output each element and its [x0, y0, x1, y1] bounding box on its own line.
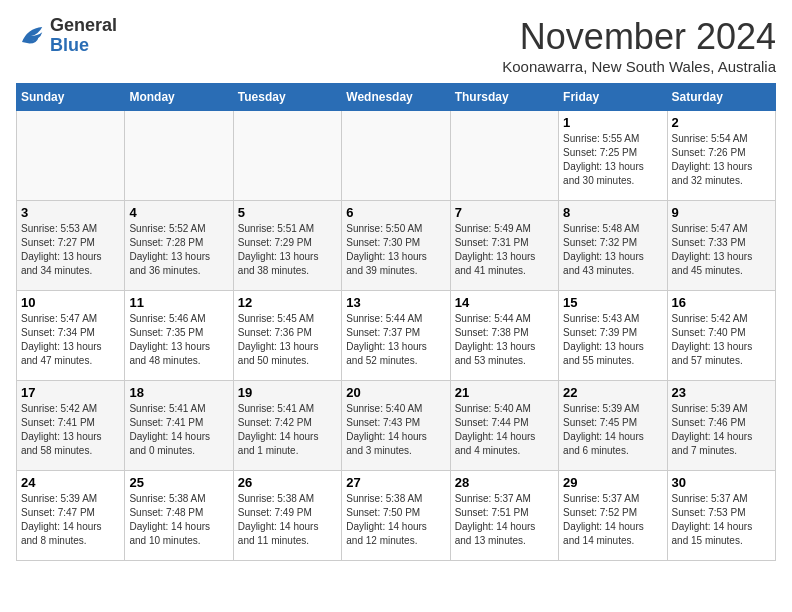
- day-number: 22: [563, 385, 662, 400]
- day-number: 28: [455, 475, 554, 490]
- calendar-cell: 20Sunrise: 5:40 AM Sunset: 7:43 PM Dayli…: [342, 381, 450, 471]
- day-info: Sunrise: 5:42 AM Sunset: 7:41 PM Dayligh…: [21, 402, 120, 458]
- day-info: Sunrise: 5:39 AM Sunset: 7:46 PM Dayligh…: [672, 402, 771, 458]
- calendar-cell: 12Sunrise: 5:45 AM Sunset: 7:36 PM Dayli…: [233, 291, 341, 381]
- day-info: Sunrise: 5:43 AM Sunset: 7:39 PM Dayligh…: [563, 312, 662, 368]
- day-number: 10: [21, 295, 120, 310]
- page-header: General Blue November 2024 Koonawarra, N…: [16, 16, 776, 75]
- calendar-cell: 18Sunrise: 5:41 AM Sunset: 7:41 PM Dayli…: [125, 381, 233, 471]
- weekday-header-row: SundayMondayTuesdayWednesdayThursdayFrid…: [17, 84, 776, 111]
- day-info: Sunrise: 5:37 AM Sunset: 7:53 PM Dayligh…: [672, 492, 771, 548]
- calendar-week-row: 1Sunrise: 5:55 AM Sunset: 7:25 PM Daylig…: [17, 111, 776, 201]
- day-info: Sunrise: 5:41 AM Sunset: 7:41 PM Dayligh…: [129, 402, 228, 458]
- calendar-cell: 3Sunrise: 5:53 AM Sunset: 7:27 PM Daylig…: [17, 201, 125, 291]
- calendar-cell: 8Sunrise: 5:48 AM Sunset: 7:32 PM Daylig…: [559, 201, 667, 291]
- weekday-header-friday: Friday: [559, 84, 667, 111]
- day-number: 29: [563, 475, 662, 490]
- day-info: Sunrise: 5:49 AM Sunset: 7:31 PM Dayligh…: [455, 222, 554, 278]
- day-number: 4: [129, 205, 228, 220]
- day-info: Sunrise: 5:37 AM Sunset: 7:51 PM Dayligh…: [455, 492, 554, 548]
- calendar-cell: [17, 111, 125, 201]
- day-number: 19: [238, 385, 337, 400]
- calendar-cell: 17Sunrise: 5:42 AM Sunset: 7:41 PM Dayli…: [17, 381, 125, 471]
- calendar-week-row: 17Sunrise: 5:42 AM Sunset: 7:41 PM Dayli…: [17, 381, 776, 471]
- logo: General Blue: [16, 16, 117, 56]
- day-number: 16: [672, 295, 771, 310]
- calendar-week-row: 10Sunrise: 5:47 AM Sunset: 7:34 PM Dayli…: [17, 291, 776, 381]
- calendar-week-row: 3Sunrise: 5:53 AM Sunset: 7:27 PM Daylig…: [17, 201, 776, 291]
- day-number: 18: [129, 385, 228, 400]
- calendar-cell: 9Sunrise: 5:47 AM Sunset: 7:33 PM Daylig…: [667, 201, 775, 291]
- calendar-cell: 11Sunrise: 5:46 AM Sunset: 7:35 PM Dayli…: [125, 291, 233, 381]
- calendar-cell: [342, 111, 450, 201]
- calendar-cell: [125, 111, 233, 201]
- calendar-cell: 5Sunrise: 5:51 AM Sunset: 7:29 PM Daylig…: [233, 201, 341, 291]
- calendar-cell: 30Sunrise: 5:37 AM Sunset: 7:53 PM Dayli…: [667, 471, 775, 561]
- calendar-cell: 16Sunrise: 5:42 AM Sunset: 7:40 PM Dayli…: [667, 291, 775, 381]
- location: Koonawarra, New South Wales, Australia: [502, 58, 776, 75]
- day-number: 30: [672, 475, 771, 490]
- calendar-cell: 10Sunrise: 5:47 AM Sunset: 7:34 PM Dayli…: [17, 291, 125, 381]
- day-info: Sunrise: 5:39 AM Sunset: 7:47 PM Dayligh…: [21, 492, 120, 548]
- day-number: 3: [21, 205, 120, 220]
- day-info: Sunrise: 5:47 AM Sunset: 7:34 PM Dayligh…: [21, 312, 120, 368]
- calendar-cell: 1Sunrise: 5:55 AM Sunset: 7:25 PM Daylig…: [559, 111, 667, 201]
- logo-text: General Blue: [50, 16, 117, 56]
- calendar-cell: 22Sunrise: 5:39 AM Sunset: 7:45 PM Dayli…: [559, 381, 667, 471]
- calendar-cell: 6Sunrise: 5:50 AM Sunset: 7:30 PM Daylig…: [342, 201, 450, 291]
- day-number: 8: [563, 205, 662, 220]
- day-number: 2: [672, 115, 771, 130]
- day-number: 26: [238, 475, 337, 490]
- day-number: 17: [21, 385, 120, 400]
- title-area: November 2024 Koonawarra, New South Wale…: [502, 16, 776, 75]
- calendar-cell: 21Sunrise: 5:40 AM Sunset: 7:44 PM Dayli…: [450, 381, 558, 471]
- day-info: Sunrise: 5:39 AM Sunset: 7:45 PM Dayligh…: [563, 402, 662, 458]
- day-info: Sunrise: 5:55 AM Sunset: 7:25 PM Dayligh…: [563, 132, 662, 188]
- day-number: 27: [346, 475, 445, 490]
- calendar-cell: 26Sunrise: 5:38 AM Sunset: 7:49 PM Dayli…: [233, 471, 341, 561]
- day-number: 24: [21, 475, 120, 490]
- calendar-cell: 24Sunrise: 5:39 AM Sunset: 7:47 PM Dayli…: [17, 471, 125, 561]
- day-number: 11: [129, 295, 228, 310]
- calendar-cell: 23Sunrise: 5:39 AM Sunset: 7:46 PM Dayli…: [667, 381, 775, 471]
- day-info: Sunrise: 5:38 AM Sunset: 7:50 PM Dayligh…: [346, 492, 445, 548]
- day-info: Sunrise: 5:38 AM Sunset: 7:49 PM Dayligh…: [238, 492, 337, 548]
- day-number: 5: [238, 205, 337, 220]
- day-number: 7: [455, 205, 554, 220]
- weekday-header-sunday: Sunday: [17, 84, 125, 111]
- day-number: 21: [455, 385, 554, 400]
- weekday-header-thursday: Thursday: [450, 84, 558, 111]
- day-number: 6: [346, 205, 445, 220]
- day-number: 23: [672, 385, 771, 400]
- calendar-cell: 14Sunrise: 5:44 AM Sunset: 7:38 PM Dayli…: [450, 291, 558, 381]
- day-info: Sunrise: 5:37 AM Sunset: 7:52 PM Dayligh…: [563, 492, 662, 548]
- calendar-cell: [233, 111, 341, 201]
- day-info: Sunrise: 5:53 AM Sunset: 7:27 PM Dayligh…: [21, 222, 120, 278]
- calendar-cell: 13Sunrise: 5:44 AM Sunset: 7:37 PM Dayli…: [342, 291, 450, 381]
- weekday-header-saturday: Saturday: [667, 84, 775, 111]
- calendar-week-row: 24Sunrise: 5:39 AM Sunset: 7:47 PM Dayli…: [17, 471, 776, 561]
- calendar-table: SundayMondayTuesdayWednesdayThursdayFrid…: [16, 83, 776, 561]
- month-title: November 2024: [502, 16, 776, 58]
- calendar-cell: 27Sunrise: 5:38 AM Sunset: 7:50 PM Dayli…: [342, 471, 450, 561]
- day-info: Sunrise: 5:42 AM Sunset: 7:40 PM Dayligh…: [672, 312, 771, 368]
- calendar-cell: 4Sunrise: 5:52 AM Sunset: 7:28 PM Daylig…: [125, 201, 233, 291]
- day-number: 9: [672, 205, 771, 220]
- calendar-cell: 19Sunrise: 5:41 AM Sunset: 7:42 PM Dayli…: [233, 381, 341, 471]
- day-number: 13: [346, 295, 445, 310]
- day-info: Sunrise: 5:47 AM Sunset: 7:33 PM Dayligh…: [672, 222, 771, 278]
- calendar-cell: 15Sunrise: 5:43 AM Sunset: 7:39 PM Dayli…: [559, 291, 667, 381]
- day-info: Sunrise: 5:51 AM Sunset: 7:29 PM Dayligh…: [238, 222, 337, 278]
- day-number: 12: [238, 295, 337, 310]
- day-number: 15: [563, 295, 662, 310]
- logo-bird-icon: [16, 21, 46, 51]
- day-info: Sunrise: 5:46 AM Sunset: 7:35 PM Dayligh…: [129, 312, 228, 368]
- calendar-cell: 2Sunrise: 5:54 AM Sunset: 7:26 PM Daylig…: [667, 111, 775, 201]
- day-info: Sunrise: 5:44 AM Sunset: 7:38 PM Dayligh…: [455, 312, 554, 368]
- day-info: Sunrise: 5:40 AM Sunset: 7:44 PM Dayligh…: [455, 402, 554, 458]
- day-info: Sunrise: 5:45 AM Sunset: 7:36 PM Dayligh…: [238, 312, 337, 368]
- calendar-cell: 28Sunrise: 5:37 AM Sunset: 7:51 PM Dayli…: [450, 471, 558, 561]
- weekday-header-monday: Monday: [125, 84, 233, 111]
- day-info: Sunrise: 5:41 AM Sunset: 7:42 PM Dayligh…: [238, 402, 337, 458]
- day-info: Sunrise: 5:48 AM Sunset: 7:32 PM Dayligh…: [563, 222, 662, 278]
